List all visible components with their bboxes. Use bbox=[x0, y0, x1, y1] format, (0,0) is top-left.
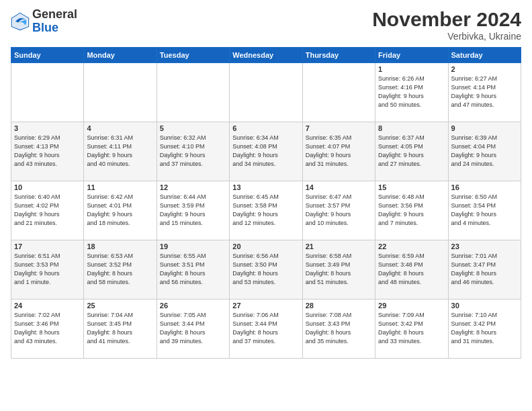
calendar-cell: 24Sunrise: 7:02 AM Sunset: 3:46 PM Dayli… bbox=[11, 300, 84, 359]
calendar-cell: 4Sunrise: 6:31 AM Sunset: 4:11 PM Daylig… bbox=[84, 122, 157, 181]
calendar-cell: 10Sunrise: 6:40 AM Sunset: 4:02 PM Dayli… bbox=[11, 181, 84, 240]
logo-icon bbox=[11, 12, 30, 31]
day-number: 8 bbox=[378, 124, 445, 132]
day-info: Sunrise: 6:59 AM Sunset: 3:48 PM Dayligh… bbox=[378, 252, 445, 287]
calendar-cell bbox=[302, 63, 375, 122]
calendar-cell bbox=[11, 63, 84, 122]
day-number: 22 bbox=[378, 242, 445, 250]
day-number: 9 bbox=[451, 124, 518, 132]
calendar-body: 1Sunrise: 6:26 AM Sunset: 4:16 PM Daylig… bbox=[11, 63, 521, 359]
day-number: 4 bbox=[87, 124, 153, 132]
calendar-week-row: 24Sunrise: 7:02 AM Sunset: 3:46 PM Dayli… bbox=[11, 300, 521, 359]
calendar-cell: 6Sunrise: 6:34 AM Sunset: 4:08 PM Daylig… bbox=[230, 122, 302, 181]
weekday-thursday: Thursday bbox=[302, 48, 375, 63]
day-info: Sunrise: 7:01 AM Sunset: 3:47 PM Dayligh… bbox=[451, 252, 518, 287]
day-info: Sunrise: 7:02 AM Sunset: 3:46 PM Dayligh… bbox=[14, 311, 81, 346]
day-info: Sunrise: 6:48 AM Sunset: 3:56 PM Dayligh… bbox=[378, 193, 445, 228]
calendar-week-row: 1Sunrise: 6:26 AM Sunset: 4:16 PM Daylig… bbox=[11, 63, 521, 122]
calendar-cell: 22Sunrise: 6:59 AM Sunset: 3:48 PM Dayli… bbox=[375, 240, 448, 300]
day-info: Sunrise: 6:56 AM Sunset: 3:50 PM Dayligh… bbox=[232, 252, 299, 287]
page: General Blue November 2024 Verbivka, Ukr… bbox=[0, 0, 532, 411]
calendar-week-row: 3Sunrise: 6:29 AM Sunset: 4:13 PM Daylig… bbox=[11, 122, 521, 181]
calendar-week-row: 17Sunrise: 6:51 AM Sunset: 3:53 PM Dayli… bbox=[11, 240, 521, 300]
day-number: 17 bbox=[14, 242, 81, 250]
calendar-cell: 25Sunrise: 7:04 AM Sunset: 3:45 PM Dayli… bbox=[84, 300, 157, 359]
day-number: 10 bbox=[14, 183, 81, 191]
day-info: Sunrise: 6:26 AM Sunset: 4:16 PM Dayligh… bbox=[378, 75, 445, 109]
calendar-cell: 29Sunrise: 7:09 AM Sunset: 3:42 PM Dayli… bbox=[375, 300, 448, 359]
calendar-cell: 14Sunrise: 6:47 AM Sunset: 3:57 PM Dayli… bbox=[302, 181, 375, 240]
day-number: 20 bbox=[232, 242, 299, 250]
day-number: 15 bbox=[378, 183, 445, 191]
day-info: Sunrise: 7:06 AM Sunset: 3:44 PM Dayligh… bbox=[232, 311, 299, 346]
month-title: November 2024 bbox=[372, 8, 521, 31]
calendar-cell: 3Sunrise: 6:29 AM Sunset: 4:13 PM Daylig… bbox=[11, 122, 84, 181]
calendar-cell: 2Sunrise: 6:27 AM Sunset: 4:14 PM Daylig… bbox=[448, 63, 521, 122]
day-number: 16 bbox=[451, 183, 518, 191]
calendar-cell bbox=[84, 63, 157, 122]
calendar-cell: 5Sunrise: 6:32 AM Sunset: 4:10 PM Daylig… bbox=[157, 122, 229, 181]
day-info: Sunrise: 6:34 AM Sunset: 4:08 PM Dayligh… bbox=[232, 134, 299, 169]
day-number: 1 bbox=[378, 65, 445, 73]
day-info: Sunrise: 6:55 AM Sunset: 3:51 PM Dayligh… bbox=[160, 252, 226, 287]
day-info: Sunrise: 6:58 AM Sunset: 3:49 PM Dayligh… bbox=[306, 252, 372, 287]
day-info: Sunrise: 6:42 AM Sunset: 4:01 PM Dayligh… bbox=[87, 193, 153, 228]
calendar: SundayMondayTuesdayWednesdayThursdayFrid… bbox=[11, 47, 521, 359]
day-info: Sunrise: 7:05 AM Sunset: 3:44 PM Dayligh… bbox=[160, 311, 226, 346]
calendar-week-row: 10Sunrise: 6:40 AM Sunset: 4:02 PM Dayli… bbox=[11, 181, 521, 240]
day-number: 27 bbox=[232, 302, 299, 310]
logo-general: General bbox=[32, 7, 77, 21]
day-number: 24 bbox=[14, 302, 81, 310]
logo-blue: Blue bbox=[32, 21, 58, 34]
day-number: 14 bbox=[306, 183, 372, 191]
calendar-cell: 1Sunrise: 6:26 AM Sunset: 4:16 PM Daylig… bbox=[375, 63, 448, 122]
calendar-cell: 28Sunrise: 7:08 AM Sunset: 3:43 PM Dayli… bbox=[302, 300, 375, 359]
day-info: Sunrise: 6:47 AM Sunset: 3:57 PM Dayligh… bbox=[306, 193, 372, 228]
day-info: Sunrise: 6:39 AM Sunset: 4:04 PM Dayligh… bbox=[451, 134, 518, 169]
day-info: Sunrise: 6:37 AM Sunset: 4:05 PM Dayligh… bbox=[378, 134, 445, 169]
calendar-cell: 7Sunrise: 6:35 AM Sunset: 4:07 PM Daylig… bbox=[302, 122, 375, 181]
day-info: Sunrise: 7:09 AM Sunset: 3:42 PM Dayligh… bbox=[378, 311, 445, 346]
day-info: Sunrise: 6:29 AM Sunset: 4:13 PM Dayligh… bbox=[14, 134, 81, 169]
day-info: Sunrise: 6:35 AM Sunset: 4:07 PM Dayligh… bbox=[306, 134, 372, 169]
day-info: Sunrise: 6:44 AM Sunset: 3:59 PM Dayligh… bbox=[160, 193, 226, 228]
calendar-cell: 13Sunrise: 6:45 AM Sunset: 3:58 PM Dayli… bbox=[230, 181, 302, 240]
calendar-cell: 11Sunrise: 6:42 AM Sunset: 4:01 PM Dayli… bbox=[84, 181, 157, 240]
day-number: 28 bbox=[306, 302, 372, 310]
day-info: Sunrise: 7:04 AM Sunset: 3:45 PM Dayligh… bbox=[87, 311, 153, 346]
calendar-cell: 18Sunrise: 6:53 AM Sunset: 3:52 PM Dayli… bbox=[84, 240, 157, 300]
day-number: 12 bbox=[160, 183, 226, 191]
logo: General Blue bbox=[11, 8, 77, 35]
day-number: 7 bbox=[306, 124, 372, 132]
calendar-cell: 30Sunrise: 7:10 AM Sunset: 3:42 PM Dayli… bbox=[448, 300, 521, 359]
weekday-monday: Monday bbox=[84, 48, 157, 63]
day-info: Sunrise: 6:40 AM Sunset: 4:02 PM Dayligh… bbox=[14, 193, 81, 228]
day-number: 11 bbox=[87, 183, 153, 191]
day-number: 19 bbox=[160, 242, 226, 250]
weekday-tuesday: Tuesday bbox=[157, 48, 229, 63]
calendar-cell: 19Sunrise: 6:55 AM Sunset: 3:51 PM Dayli… bbox=[157, 240, 229, 300]
day-number: 26 bbox=[160, 302, 226, 310]
day-number: 5 bbox=[160, 124, 226, 132]
day-number: 6 bbox=[232, 124, 299, 132]
calendar-cell: 27Sunrise: 7:06 AM Sunset: 3:44 PM Dayli… bbox=[230, 300, 302, 359]
calendar-cell: 21Sunrise: 6:58 AM Sunset: 3:49 PM Dayli… bbox=[302, 240, 375, 300]
title-area: November 2024 Verbivka, Ukraine bbox=[372, 8, 521, 42]
calendar-cell: 8Sunrise: 6:37 AM Sunset: 4:05 PM Daylig… bbox=[375, 122, 448, 181]
calendar-header: SundayMondayTuesdayWednesdayThursdayFrid… bbox=[11, 48, 521, 63]
day-info: Sunrise: 6:32 AM Sunset: 4:10 PM Dayligh… bbox=[160, 134, 226, 169]
day-info: Sunrise: 6:53 AM Sunset: 3:52 PM Dayligh… bbox=[87, 252, 153, 287]
day-info: Sunrise: 6:51 AM Sunset: 3:53 PM Dayligh… bbox=[14, 252, 81, 287]
day-number: 30 bbox=[451, 302, 518, 310]
calendar-cell: 12Sunrise: 6:44 AM Sunset: 3:59 PM Dayli… bbox=[157, 181, 229, 240]
weekday-row: SundayMondayTuesdayWednesdayThursdayFrid… bbox=[11, 48, 521, 63]
day-number: 2 bbox=[451, 65, 518, 73]
day-number: 21 bbox=[306, 242, 372, 250]
day-info: Sunrise: 6:45 AM Sunset: 3:58 PM Dayligh… bbox=[232, 193, 299, 228]
subtitle: Verbivka, Ukraine bbox=[372, 31, 521, 42]
day-info: Sunrise: 7:10 AM Sunset: 3:42 PM Dayligh… bbox=[451, 311, 518, 346]
calendar-cell: 9Sunrise: 6:39 AM Sunset: 4:04 PM Daylig… bbox=[448, 122, 521, 181]
day-number: 13 bbox=[232, 183, 299, 191]
calendar-cell: 15Sunrise: 6:48 AM Sunset: 3:56 PM Dayli… bbox=[375, 181, 448, 240]
day-info: Sunrise: 7:08 AM Sunset: 3:43 PM Dayligh… bbox=[306, 311, 372, 346]
